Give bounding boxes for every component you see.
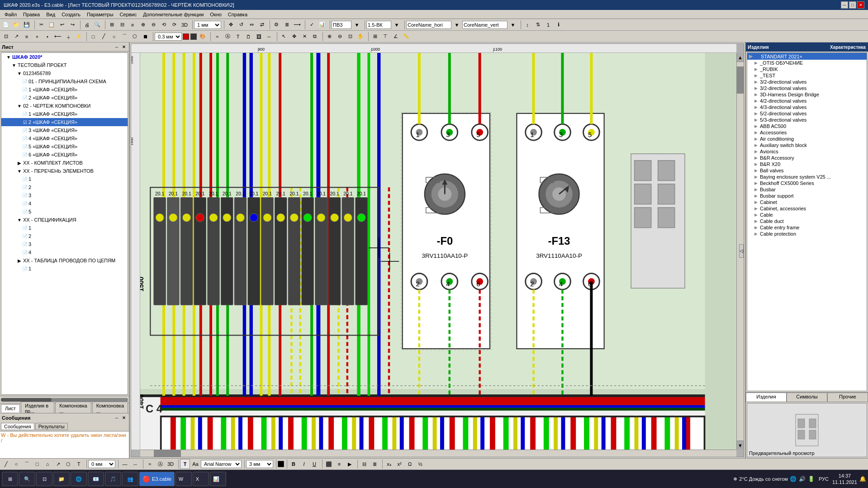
snap-size-select[interactable]: 1 мм — [194, 21, 221, 29]
pan-btn[interactable]: ✋ — [356, 32, 365, 42]
prod-standart[interactable]: ▶ STANDART 2021+ — [747, 53, 867, 60]
save-btn[interactable]: 💾 — [22, 20, 32, 30]
tree-shkaf-1[interactable]: 📄 1 «ШКАФ «СЕКЦИЯ» — [1, 85, 128, 94]
tree-s2[interactable]: 📄2 — [1, 232, 128, 240]
prod-aux-switch[interactable]: ▶ Auxiliary switch block — [747, 142, 867, 148]
grid-btn[interactable]: ⊞ — [107, 20, 117, 30]
menu-edit[interactable]: Правка — [20, 11, 43, 18]
arrow-draw-btn[interactable]: ↗ — [53, 459, 63, 469]
dim-btn[interactable]: ↔ — [264, 32, 274, 42]
canvas-content[interactable]: C 4 — [140, 53, 736, 450]
cut-btn[interactable]: ✂ — [36, 20, 46, 30]
prod-otis[interactable]: ▶ _OTIS ОБУЧЕНИЕ — [747, 60, 867, 66]
ortho-btn[interactable]: ⊤ — [380, 32, 390, 42]
mail-btn[interactable]: 📧 — [88, 472, 104, 486]
rect-draw-btn[interactable]: □ — [32, 459, 42, 469]
print-btn[interactable]: 🖨 — [82, 20, 92, 30]
poly-draw-btn[interactable]: ⬡ — [63, 459, 73, 469]
tree-xx-komplet[interactable]: ▶ ХХ - КОМПЛЕКТ ЛИСТОВ — [1, 159, 128, 167]
teams-btn[interactable]: 👥 — [122, 472, 138, 486]
scroll-thumb-h[interactable] — [154, 450, 181, 457]
msg-tab-messages[interactable]: Сообщения — [1, 423, 34, 430]
tree-root[interactable]: ▼ ШКАФ 2020* — [1, 53, 128, 61]
junction-btn[interactable]: • — [43, 32, 52, 42]
fill-btn[interactable]: ◼ — [140, 32, 150, 42]
fraction-btn[interactable]: ½ — [415, 459, 425, 469]
zoom-input[interactable] — [366, 21, 391, 29]
select-btn[interactable]: ↖ — [279, 32, 289, 42]
horizontal-scrollbar[interactable] — [140, 450, 736, 457]
prod-42dir[interactable]: ▶ 4/2-directional valves — [747, 98, 867, 104]
close-button[interactable]: ✕ — [857, 1, 864, 9]
prod-accessories[interactable]: ▶ Accessories — [747, 129, 867, 136]
linewidth-select[interactable]: 0.3 мм — [155, 33, 182, 41]
menu-help[interactable]: Справка — [225, 11, 250, 18]
tree-s4[interactable]: 📄4 — [1, 248, 128, 256]
rtab-products[interactable]: Изделия — [746, 393, 787, 402]
tree-shkaf-2[interactable]: 📄 2 «ШКАФ «СЕКЦИЯ» — [1, 94, 128, 102]
tree-p2[interactable]: 📄2 — [1, 183, 128, 191]
wire-btn[interactable]: ↗ — [11, 32, 21, 42]
super-btn[interactable]: x² — [394, 459, 404, 469]
tree-0123[interactable]: ▼ 0123456789 — [1, 69, 128, 77]
circle-draw-btn[interactable]: ○ — [11, 459, 21, 469]
tree-p3[interactable]: 📄3 — [1, 191, 128, 199]
tree-p4[interactable]: 📄4 — [1, 199, 128, 208]
info-btn[interactable]: ℹ — [554, 20, 564, 30]
msg-tab-results[interactable]: Результаты — [35, 423, 68, 430]
delete-btn[interactable]: ✕ — [299, 32, 309, 42]
scroll-up-btn[interactable]: ▲ — [737, 53, 744, 62]
prod-3d-harness[interactable]: ▶ 3D-Harness Design Bridge — [747, 91, 867, 98]
prod-cabinet[interactable]: ▶ Cabinet — [747, 199, 867, 205]
sym-btn[interactable]: ≈ — [212, 32, 222, 42]
font-size-select[interactable]: 3 мм — [246, 460, 273, 468]
tb-font-btn[interactable]: Aa — [190, 459, 200, 469]
attr-insert-btn[interactable]: Ⓐ — [155, 459, 165, 469]
prod-cable-duct[interactable]: ▶ Cable duct — [747, 218, 867, 224]
prod-cable-entry[interactable]: ▶ Cable entry frame — [747, 224, 867, 231]
scroll-thumb[interactable] — [1, 398, 52, 402]
zoomout2-btn[interactable]: ⊖ — [335, 32, 345, 42]
prod-baying[interactable]: ▶ Baying enclosure system V25 ... — [747, 174, 867, 180]
rotate-btn[interactable]: ⟳ — [169, 20, 179, 30]
component-btn[interactable]: ⊡ — [1, 32, 11, 42]
ref-btn[interactable]: ⟵ — [53, 32, 63, 42]
zoom-in-btn[interactable]: ⊕ — [138, 20, 148, 30]
text-draw-btn[interactable]: T — [74, 459, 84, 469]
copy-btn[interactable]: 📋 — [47, 20, 57, 30]
zoom-out-btn[interactable]: ⊖ — [148, 20, 158, 30]
menu-file[interactable]: Файл — [2, 11, 19, 18]
menu-window[interactable]: Окно — [207, 11, 224, 18]
sub-btn[interactable]: x₂ — [384, 459, 394, 469]
corename-vert-input[interactable] — [462, 21, 508, 29]
left-panel-close[interactable]: ✕ — [121, 44, 127, 50]
tree-d4[interactable]: 📄 4 «ШКАФ «СЕКЦИЯ» — [1, 134, 128, 142]
prod-53dir[interactable]: ▶ 5/3-directional valves — [747, 117, 867, 123]
menu-extra[interactable]: Дополнительные функции — [140, 11, 206, 18]
products-tree[interactable]: ▶ STANDART 2021+ ▶ _OTIS ОБУЧЕНИЕ ▶ _RUB… — [747, 52, 867, 391]
tree-d1[interactable]: 📄 1 «ШКАФ «СЕКЦИЯ» — [1, 110, 128, 118]
line-btn[interactable]: ╱ — [99, 32, 109, 42]
prod-br-acc[interactable]: ▶ B&R Accessory — [747, 155, 867, 161]
edge-btn[interactable]: 🌐 — [71, 472, 87, 486]
earth-btn[interactable]: ⏚ — [63, 32, 73, 42]
prod-cable[interactable]: ▶ Cable — [747, 212, 867, 218]
search-btn[interactable]: 🔍 — [19, 472, 35, 486]
align-center-btn[interactable]: ≡ — [334, 459, 344, 469]
move-btn[interactable]: ✥ — [226, 20, 236, 30]
snap-btn[interactable]: ⊟ — [117, 20, 127, 30]
align-right-btn[interactable]: ▶ — [345, 459, 355, 469]
report-btn[interactable]: 📊 — [317, 20, 327, 30]
scale-btn[interactable]: ⇔ — [247, 20, 256, 30]
prod-test[interactable]: ▶ _TEST — [747, 72, 867, 79]
tree-xx-spec[interactable]: ▼ ХХ - СПЕЦИФИКАЦИЯ — [1, 216, 128, 224]
view3d-btn[interactable]: 3D — [180, 20, 190, 30]
canvas-wrapper[interactable]: 900 1000 1100 1500 1400 — [131, 43, 744, 457]
corename-hori-input[interactable] — [406, 21, 451, 29]
tree-w1[interactable]: 📄1 — [1, 265, 128, 273]
fit-btn[interactable]: ⊡ — [345, 32, 355, 42]
scroll-track[interactable] — [1, 398, 128, 402]
attr-btn[interactable]: Ⓐ — [223, 32, 232, 42]
prod-43dir[interactable]: ▶ 4/3-directional valves — [747, 104, 867, 110]
arc2-draw-btn[interactable]: ⌂ — [43, 459, 52, 469]
